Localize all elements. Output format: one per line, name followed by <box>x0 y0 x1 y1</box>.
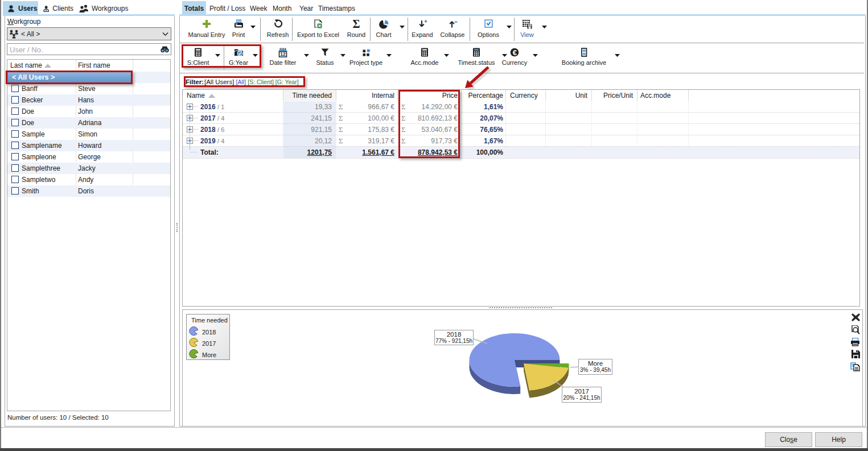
svg-text:12: 12 <box>280 51 286 57</box>
svg-text:€: € <box>513 48 517 57</box>
